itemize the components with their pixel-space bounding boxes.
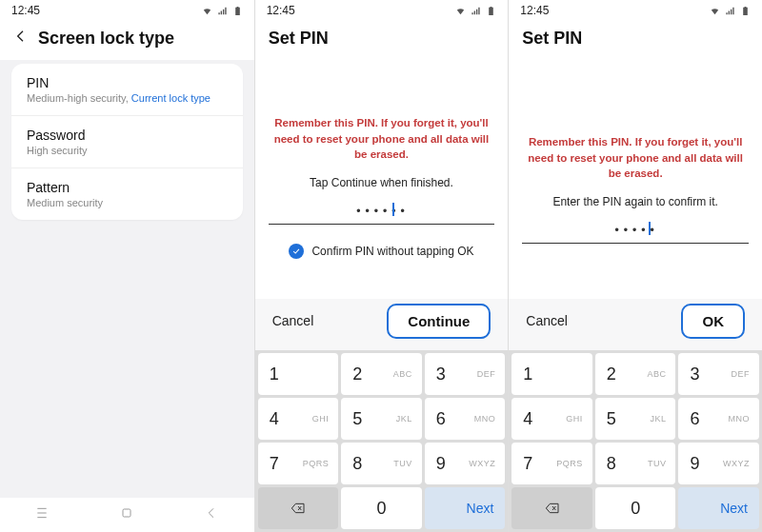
pin-input[interactable]: •••••	[522, 220, 749, 244]
pin-warning: Remember this PIN. If you forget it, you…	[269, 115, 495, 163]
keypad-backspace[interactable]	[511, 487, 592, 529]
key-letters: WXYZ	[723, 459, 750, 468]
key-letters: ABC	[393, 369, 412, 379]
keypad-key-6[interactable]: 6MNO	[425, 398, 506, 440]
key-letters: WXYZ	[469, 459, 495, 468]
pin-instruction: Enter the PIN again to confirm it.	[522, 195, 749, 208]
action-row: Cancel OK	[509, 299, 762, 350]
keypad-key-2[interactable]: 2ABC	[341, 353, 422, 395]
lock-option-sub: High security	[27, 145, 228, 156]
key-letters: TUV	[393, 459, 412, 468]
keypad-next[interactable]: Next	[678, 487, 759, 529]
pin-input-wrap[interactable]: ••••••	[269, 201, 495, 225]
keypad-key-9[interactable]: 9WXYZ	[678, 443, 759, 484]
key-letters: MNO	[474, 414, 496, 424]
lock-option-title: Pattern	[27, 180, 228, 195]
keypad-key-7[interactable]: 7PQRS	[258, 443, 339, 484]
key-letters: MNO	[728, 414, 750, 424]
keypad-key-0[interactable]: 0	[341, 487, 422, 529]
lock-type-list: PIN Medium-high security, Current lock t…	[11, 64, 243, 220]
signal-icon	[725, 6, 735, 16]
keypad-key-4[interactable]: 4GHI	[511, 398, 592, 440]
keypad-key-3[interactable]: 3DEF	[425, 353, 506, 395]
cancel-button[interactable]: Cancel	[526, 313, 568, 328]
keypad-key-1[interactable]: 1	[258, 353, 339, 395]
page-title: Set PIN	[269, 29, 329, 49]
header: Set PIN	[509, 19, 762, 60]
battery-icon	[232, 6, 243, 16]
keypad-key-4[interactable]: 4GHI	[258, 398, 339, 440]
action-row: Cancel Continue	[255, 299, 509, 350]
continue-button[interactable]: Continue	[387, 304, 491, 339]
signal-icon	[217, 6, 228, 16]
confirm-without-ok-label: Confirm PIN without tapping OK	[311, 245, 473, 258]
key-letters: DEF	[731, 369, 750, 379]
battery-icon	[486, 6, 496, 16]
pin-input-wrap[interactable]: •••••	[522, 220, 749, 244]
pin-instruction: Tap Continue when finished.	[269, 176, 495, 189]
keypad-key-6[interactable]: 6MNO	[678, 398, 759, 440]
key-letters: ABC	[647, 369, 666, 379]
lock-option-sub: Medium security	[27, 197, 228, 208]
backspace-icon	[542, 501, 563, 516]
keypad-key-3[interactable]: 3DEF	[678, 353, 759, 395]
header: Screen lock type	[0, 19, 254, 60]
lock-option-title: Password	[27, 128, 228, 143]
keypad-key-7[interactable]: 7PQRS	[511, 443, 592, 484]
status-icons	[452, 6, 496, 16]
keypad-key-8[interactable]: 8TUV	[595, 443, 676, 484]
signal-icon	[471, 6, 481, 16]
key-letters: JKL	[650, 414, 666, 424]
status-time: 12:45	[267, 4, 295, 17]
key-letters: PQRS	[303, 459, 330, 468]
nav-back-icon[interactable]	[204, 505, 219, 524]
status-time: 12:45	[11, 4, 40, 17]
keypad-key-1[interactable]: 1	[511, 353, 592, 395]
numeric-keypad: 12ABC3DEF4GHI5JKL6MNO7PQRS8TUV9WXYZ0Next	[255, 350, 509, 532]
keypad-key-2[interactable]: 2ABC	[595, 353, 676, 395]
ok-button[interactable]: OK	[681, 304, 745, 339]
nav-home-icon[interactable]	[119, 505, 134, 524]
status-bar: 12:45	[0, 0, 254, 19]
status-bar: 12:45	[509, 0, 762, 19]
numeric-keypad: 12ABC3DEF4GHI5JKL6MNO7PQRS8TUV9WXYZ0Next	[509, 350, 762, 532]
cancel-button[interactable]: Cancel	[272, 313, 314, 328]
key-letters: GHI	[566, 414, 583, 424]
status-icons	[199, 6, 243, 16]
system-navbar	[0, 498, 254, 532]
checkmark-icon	[289, 244, 304, 259]
lock-option-pin[interactable]: PIN Medium-high security, Current lock t…	[11, 64, 243, 115]
page-title: Screen lock type	[38, 29, 174, 49]
wifi-icon	[455, 6, 466, 16]
keypad-next[interactable]: Next	[425, 487, 506, 529]
key-letters: GHI	[312, 414, 330, 424]
lock-option-password[interactable]: Password High security	[11, 115, 243, 167]
back-button[interactable]	[13, 29, 29, 49]
pin-input[interactable]: ••••••	[269, 201, 495, 225]
pin-warning: Remember this PIN. If you forget it, you…	[522, 134, 749, 182]
key-letters: DEF	[477, 369, 496, 379]
keypad-key-8[interactable]: 8TUV	[341, 443, 422, 484]
key-letters: JKL	[396, 414, 412, 424]
key-letters: PQRS	[556, 459, 583, 468]
page-title: Set PIN	[522, 29, 582, 49]
text-cursor	[392, 203, 394, 216]
nav-recent-icon[interactable]	[34, 505, 50, 524]
confirm-without-ok-row[interactable]: Confirm PIN without tapping OK	[269, 244, 495, 259]
lock-option-pattern[interactable]: Pattern Medium security	[11, 167, 243, 220]
keypad-key-5[interactable]: 5JKL	[341, 398, 422, 440]
wifi-icon	[202, 6, 212, 16]
status-icons	[707, 6, 751, 16]
keypad-key-9[interactable]: 9WXYZ	[425, 443, 506, 484]
svg-rect-3	[123, 509, 130, 517]
status-time: 12:45	[520, 4, 549, 17]
status-bar: 12:45	[255, 0, 509, 19]
lock-option-sub: Medium-high security, Current lock type	[27, 92, 228, 104]
keypad-key-0[interactable]: 0	[595, 487, 676, 529]
key-letters: TUV	[648, 459, 667, 468]
keypad-key-5[interactable]: 5JKL	[595, 398, 676, 440]
keypad-backspace[interactable]	[258, 487, 339, 529]
wifi-icon	[710, 6, 720, 16]
header: Set PIN	[255, 19, 509, 60]
text-cursor	[649, 222, 651, 235]
